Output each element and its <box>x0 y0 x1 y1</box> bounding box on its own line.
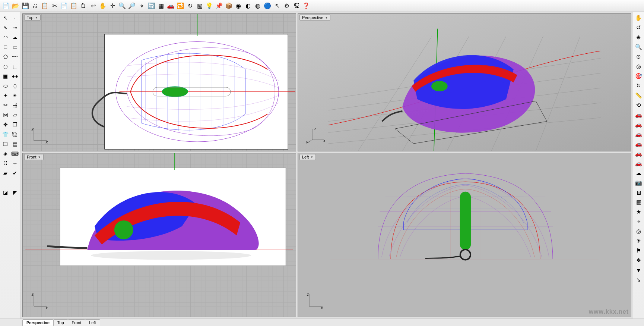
cube-view-button[interactable]: ◈ <box>1 149 10 158</box>
polygon-button[interactable]: ⬠ <box>1 52 10 61</box>
reset-button[interactable]: ⟲ <box>634 101 643 110</box>
gear-yellow-button[interactable]: ⚙ <box>282 1 291 10</box>
pipe-button[interactable]: ⬯ <box>11 81 20 90</box>
crosshair-button[interactable]: ✛ <box>108 1 117 10</box>
rect-button[interactable]: ▭ <box>11 43 20 51</box>
save-file-button[interactable]: 💾 <box>21 1 30 10</box>
join-button[interactable]: ⋈ <box>1 110 10 119</box>
mystery-button[interactable]: ❖ <box>634 256 643 265</box>
lasso-select-button[interactable]: ◌ <box>1 62 10 71</box>
toggle-layer-button[interactable]: ▧ <box>195 1 204 10</box>
car-red5-button[interactable]: 🚗 <box>634 149 643 158</box>
car-red1-button[interactable]: 🚗 <box>634 110 643 119</box>
ruler-scale-button[interactable]: 📏 <box>634 91 643 100</box>
shade-button[interactable]: ▼ <box>634 266 643 275</box>
clipboard-doc-button[interactable]: 📋 <box>40 1 49 10</box>
snap-end-button[interactable]: ⊸ <box>11 23 20 32</box>
camera-button[interactable]: 📷 <box>634 178 643 187</box>
zoom-sel-button[interactable]: ◎ <box>634 62 643 71</box>
freeform-button[interactable]: 〰 <box>11 52 20 61</box>
select-arrow-button[interactable]: ↖ <box>1 13 10 22</box>
check-button[interactable]: ✔ <box>11 169 20 178</box>
redo-view-button[interactable]: ↻ <box>634 81 643 90</box>
group-button[interactable]: ❏ <box>1 140 10 148</box>
tab-left[interactable]: Left <box>85 319 100 326</box>
cplane-button[interactable]: ▱ <box>11 110 20 119</box>
zoom-dyn-button[interactable]: ⊕ <box>634 33 643 42</box>
box-blue-button[interactable]: ▣ <box>1 72 10 81</box>
viewport-title-left[interactable]: Left ▼ <box>299 154 316 160</box>
pan-hand-button[interactable]: ✋ <box>98 1 107 10</box>
render-a-button[interactable]: ◪ <box>1 188 10 197</box>
zoom-ext-button[interactable]: ⊙ <box>634 52 643 61</box>
lightbulb-button[interactable]: 💡 <box>205 1 214 10</box>
viewport-title-front[interactable]: Front ▼ <box>24 154 44 160</box>
spheres-button[interactable]: ●● <box>11 72 20 81</box>
viewport-title-perspective[interactable]: Perspective ▼ <box>299 15 330 21</box>
sphere-wire-button[interactable]: ◍ <box>253 1 262 10</box>
array-button[interactable]: ⿻ <box>11 130 20 139</box>
tab-top[interactable]: Top <box>53 319 68 326</box>
cylinder-button[interactable]: ⬭ <box>1 81 10 90</box>
open-file-button[interactable]: 📂 <box>11 1 20 10</box>
copy-geo-button[interactable]: ❐ <box>11 120 20 129</box>
viewport-title-top[interactable]: Top ▼ <box>24 15 41 21</box>
trim-button[interactable]: ✂ <box>1 101 10 110</box>
paint-select-button[interactable]: ⬚ <box>11 62 20 71</box>
move-button[interactable]: ✥ <box>1 120 10 129</box>
help-button[interactable]: ❓ <box>302 1 311 10</box>
new-file-button[interactable]: 📄 <box>1 1 10 10</box>
cursor-end-button[interactable]: ↘ <box>634 275 643 284</box>
zoom-win-button[interactable]: 🔍 <box>634 43 643 51</box>
copy-button[interactable]: 📄 <box>60 1 69 10</box>
viewport-front[interactable]: Front ▼ z x <box>22 153 296 317</box>
rotate-hand-button[interactable]: ↺ <box>634 23 643 32</box>
explode-button[interactable]: ✴ <box>11 91 20 100</box>
dim-button[interactable]: ↔ <box>11 159 20 168</box>
orbit-arrow-button[interactable]: ↻ <box>185 1 194 10</box>
cloud-view-button[interactable]: ☁ <box>634 169 643 178</box>
sphere-half-button[interactable]: ◐ <box>244 1 253 10</box>
blank1-button[interactable] <box>1 178 10 187</box>
flag-pin-button[interactable]: ⚑ <box>634 246 643 255</box>
square-button[interactable]: □ <box>1 43 10 51</box>
shirt-button[interactable]: 👕 <box>1 130 10 139</box>
viewport-perspective[interactable]: Perspective ▼ z <box>298 13 631 151</box>
zoom-in-button[interactable]: 🔍 <box>118 1 127 10</box>
undo-button[interactable]: ↩ <box>89 1 98 10</box>
layers-grid-button[interactable]: ▦ <box>156 1 165 10</box>
car-red3-button[interactable]: 🚗 <box>634 130 643 139</box>
paste-button[interactable]: 📋 <box>69 1 78 10</box>
car-red4-button[interactable]: 🚗 <box>634 140 643 148</box>
target-button[interactable]: ◎ <box>634 227 643 236</box>
car-red-button[interactable]: 🚗 <box>166 1 175 10</box>
cut-button[interactable]: ✂ <box>50 1 59 10</box>
pan-hand-button[interactable]: ✋ <box>634 13 643 22</box>
monitor-button[interactable]: 🖥 <box>634 188 643 197</box>
sun-target-button[interactable]: ☀ <box>634 236 643 245</box>
zoom-extents-button[interactable]: ⌖ <box>137 1 146 10</box>
tab-front[interactable]: Front <box>68 319 86 326</box>
dots-grid-button[interactable]: ⠿ <box>1 159 10 168</box>
blank2-button[interactable] <box>11 178 20 187</box>
align-button[interactable]: ▤ <box>11 140 20 148</box>
curve-button[interactable]: ∿ <box>1 23 10 32</box>
box-red-button[interactable]: 📦 <box>224 1 233 10</box>
star-button[interactable]: ★ <box>634 207 643 216</box>
mag-target-button[interactable]: 🎯 <box>634 72 643 81</box>
hierarchy-button[interactable]: 🏗 <box>292 1 301 10</box>
car-red2-button[interactable]: 🚗 <box>634 120 643 129</box>
zoom-select-button[interactable]: 🔎 <box>127 1 136 10</box>
viewport-top[interactable]: Top ▼ <box>22 13 296 151</box>
cloud-button[interactable]: ☁ <box>11 33 20 42</box>
sticky-note-button[interactable]: 🗒 <box>79 1 88 10</box>
point-button[interactable]: · <box>11 13 20 22</box>
print-button[interactable]: 🖨 <box>31 1 39 10</box>
arc-button[interactable]: ◠ <box>1 33 10 42</box>
surface-button[interactable]: ▰ <box>1 169 10 178</box>
viewport-left[interactable]: Left ▼ <box>298 153 631 317</box>
rotate-view-button[interactable]: 🔄 <box>147 1 156 10</box>
cursor-yellow-button[interactable]: ↖ <box>273 1 282 10</box>
sphere-blue-button[interactable]: 🔵 <box>263 1 272 10</box>
pushpin-button[interactable]: 📌 <box>215 1 223 10</box>
